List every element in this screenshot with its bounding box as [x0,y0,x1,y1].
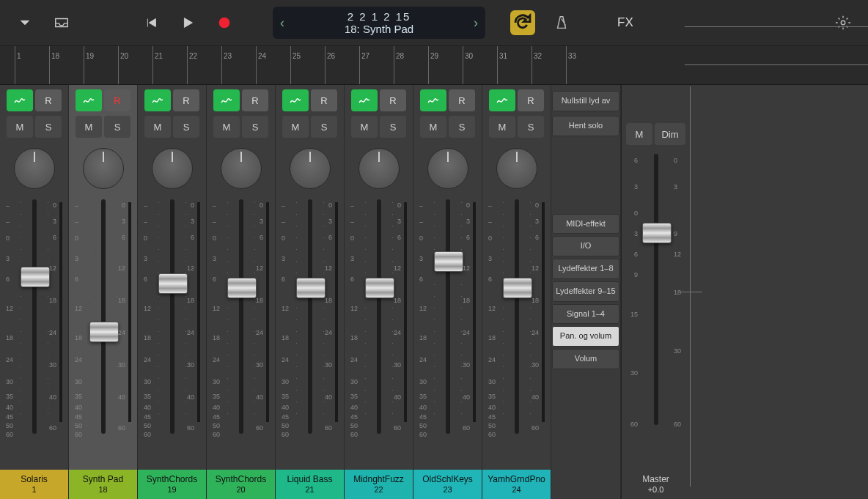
record-enable-button[interactable]: R [173,89,199,111]
track-label[interactable]: YamhGrndPno24 [482,470,551,499]
fader-cap[interactable] [89,322,119,342]
prev-button[interactable] [141,12,161,33]
mute-button[interactable]: M [7,116,33,138]
record-enable-button[interactable]: R [449,89,475,111]
fader-track[interactable] [446,199,450,434]
mute-button[interactable]: M [420,116,446,138]
fader-cap[interactable] [365,278,394,298]
record-button[interactable] [214,12,235,33]
lcd-next-icon[interactable]: › [474,15,478,31]
fader-cap[interactable] [158,273,188,294]
record-enable-button[interactable]: R [104,89,130,111]
pan-knob[interactable] [290,148,331,189]
track-label[interactable]: Solaris1 [0,470,68,499]
fader-track[interactable] [101,199,106,434]
channel-strip[interactable]: RMS––03612182430354045506003612182430406… [413,85,482,499]
fader-cap[interactable] [296,278,326,298]
mixer-section-button[interactable]: Lydeffekter 9–15 [552,281,619,302]
fader-track[interactable] [308,199,312,434]
menu-triangle-icon[interactable] [15,12,35,33]
pan-knob[interactable] [427,148,468,189]
fx-label[interactable]: FX [617,15,817,30]
level-meter [542,202,545,422]
master-dim-button[interactable]: Dim [655,123,685,145]
mute-button[interactable]: M [76,116,102,138]
cycle-button[interactable] [510,10,535,35]
metronome-icon[interactable] [551,12,572,33]
solo-button[interactable]: S [380,116,406,138]
solo-button[interactable]: S [173,116,199,138]
mute-button[interactable]: M [489,116,515,138]
settings-gear-icon[interactable] [833,12,853,33]
automation-button[interactable] [76,89,102,111]
pan-knob[interactable] [358,148,400,189]
fader-cap[interactable] [503,278,532,298]
mixer-section-button[interactable]: Lydeffekter 1–8 [552,259,619,279]
channel-strip[interactable]: RMS––03612182430354045506003612182430406… [69,85,138,499]
automation-button[interactable] [7,89,33,111]
solo-button[interactable]: S [449,116,475,138]
mixer-section-button[interactable]: I/O [552,236,619,256]
ruler-tick: 30 [463,46,473,84]
channel-strip[interactable]: RMS––03612182430354045506003612182430406… [345,85,413,499]
get-solo-button[interactable]: Hent solo [552,116,619,136]
inbox-icon[interactable] [51,12,72,33]
automation-button[interactable] [213,89,240,111]
fader-track[interactable] [170,199,174,434]
mute-button[interactable]: M [213,116,240,138]
fader-track[interactable] [377,199,381,434]
channel-strip[interactable]: RMS––03612182430354045506003612182430406… [0,85,69,499]
play-button[interactable] [177,12,198,33]
fader-cap[interactable] [227,278,257,298]
pan-knob[interactable] [14,148,55,189]
mute-button[interactable]: M [351,116,378,138]
master-fader-cap[interactable] [642,223,672,243]
mixer-section-button[interactable]: Signal 1–4 [552,304,619,325]
solo-button[interactable]: S [311,116,337,138]
channel-strip[interactable]: RMS––03612182430354045506003612182430406… [482,85,551,499]
record-enable-button[interactable]: R [35,89,62,111]
mute-button[interactable]: M [144,116,171,138]
record-enable-button[interactable]: R [380,89,406,111]
mixer-section-button[interactable]: Pan. og volum [552,326,619,347]
pan-knob[interactable] [496,148,537,189]
solo-button[interactable]: S [518,116,544,138]
automation-button[interactable] [144,89,171,111]
pan-knob[interactable] [221,148,262,189]
lcd-display[interactable]: ‹ 2 2 1 2 15 18: Synth Pad › [273,7,485,39]
channel-strip[interactable]: RMS––03612182430354045506003612182430406… [207,85,276,499]
solo-button[interactable]: S [35,116,62,138]
lcd-prev-icon[interactable]: ‹ [280,15,284,31]
track-label[interactable]: Liquid Bass21 [276,470,344,499]
automation-button[interactable] [351,89,378,111]
mixer-section-button[interactable]: MIDI-effekt [552,214,619,234]
record-enable-button[interactable]: R [242,89,268,111]
pan-knob[interactable] [83,148,124,189]
mixer-section-button[interactable]: Volum [552,349,619,369]
track-label[interactable]: SynthChords20 [207,470,275,499]
master-mute-button[interactable]: M [626,123,652,145]
fader-cap[interactable] [434,251,463,272]
track-label[interactable]: SynthChords19 [138,470,206,499]
fader-cap[interactable] [21,267,50,287]
fader-track[interactable] [515,199,519,434]
bar-ruler[interactable]: 118192021222324252627282930313233 [0,46,868,85]
automation-button[interactable] [282,89,309,111]
channel-strip[interactable]: RMS––03612182430354045506003612182430406… [276,85,345,499]
fader-track[interactable] [32,199,37,434]
pan-knob[interactable] [152,148,193,189]
solo-button[interactable]: S [242,116,268,138]
solo-button[interactable]: S [104,116,130,138]
channel-strip[interactable]: RMS––03612182430354045506003612182430406… [138,85,207,499]
track-label[interactable]: Synth Pad18 [69,470,137,499]
track-label[interactable]: OldSchlKeys23 [413,470,482,499]
record-enable-button[interactable]: R [518,89,544,111]
track-label[interactable]: MidnghtFuzz22 [345,470,413,499]
master-fader-track[interactable] [654,154,658,425]
mute-button[interactable]: M [282,116,309,138]
record-enable-button[interactable]: R [311,89,337,111]
reset-mute-button[interactable]: Nullstill lyd av [552,91,619,111]
fader-track[interactable] [239,199,243,434]
automation-button[interactable] [420,89,446,111]
automation-button[interactable] [489,89,515,111]
